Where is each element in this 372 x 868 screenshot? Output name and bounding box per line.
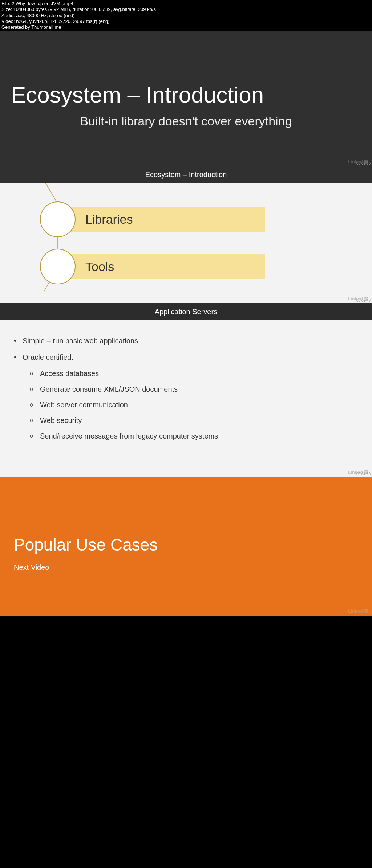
bullet-simple: Simple – run basic web applications	[14, 337, 358, 345]
sub-messages: Send/receive messages from legacy comput…	[30, 432, 358, 440]
meta-audio: Audio: aac, 48000 Hz, stereo (und)	[1, 13, 371, 19]
bottom-black-region	[0, 616, 372, 868]
diagram: Libraries Tools	[40, 201, 265, 284]
bar-libraries: Libraries	[70, 207, 265, 232]
slide1-subtitle: Built-in library doesn't cover everythin…	[7, 114, 365, 128]
bar-tools: Tools	[70, 254, 265, 279]
timestamp-3: 00:04:30	[356, 472, 371, 476]
circle-icon	[40, 201, 76, 237]
timestamp-4: 00:06:36	[356, 611, 371, 615]
meta-gen: Generated by Thumbnail me	[1, 24, 371, 30]
svg-line-0	[44, 183, 57, 203]
sub-webserver: Web server communication	[30, 401, 358, 409]
slide-ecosystem-intro: Ecosystem – Introduction Built-in librar…	[0, 31, 372, 166]
meta-video: Video: h264, yuv420p, 1280x720, 29.97 fp…	[1, 19, 371, 24]
meta-size: Size: 10404060 bytes (9.92 MiB), duratio…	[1, 7, 371, 12]
diagram-row-libraries: Libraries	[40, 201, 265, 237]
slide-libraries-tools: Libraries Tools Linked in 00:02:43	[0, 183, 372, 303]
caption-ecosystem: Ecosystem – Introduction	[0, 166, 372, 183]
video-metadata: File: 2 Why develop on JVM_.mp4 Size: 10…	[0, 0, 372, 31]
slide-popular-use-cases: Popular Use Cases Next Video Linked in 0…	[0, 477, 372, 616]
timestamp-2: 00:02:43	[356, 299, 371, 303]
slide-application-servers: Simple – run basic web applications Orac…	[0, 320, 372, 477]
sub-xml-json: Generate consume XML/JSON documents	[30, 385, 358, 393]
sub-access-db: Access databases	[30, 369, 358, 378]
circle-icon	[40, 249, 76, 284]
bullet-list: Simple – run basic web applications Orac…	[14, 337, 358, 361]
slide4-title: Popular Use Cases	[14, 535, 358, 555]
sub-bullet-list: Access databases Generate consume XML/JS…	[30, 369, 358, 440]
caption-appservers: Application Servers	[0, 303, 372, 320]
slide1-title: Ecosystem – Introduction	[7, 82, 365, 108]
bullet-oracle: Oracle certified:	[14, 353, 358, 361]
timestamp-1: 00:02:30	[356, 161, 371, 165]
meta-file: File: 2 Why develop on JVM_.mp4	[1, 1, 371, 7]
sub-security: Web security	[30, 416, 358, 425]
slide4-subtitle: Next Video	[14, 563, 358, 572]
diagram-row-tools: Tools	[40, 249, 265, 284]
